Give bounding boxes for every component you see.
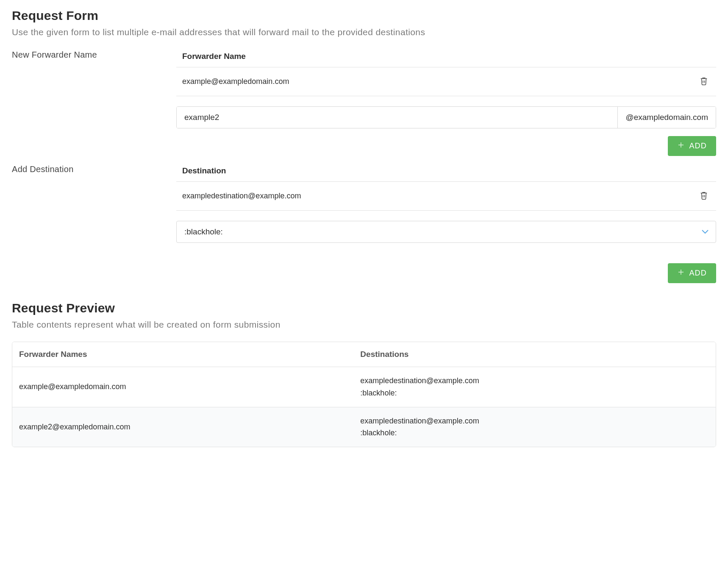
destination-section-label: Add Destination — [12, 164, 74, 174]
preview-destination-line: exampledestination@example.com — [360, 375, 709, 387]
add-destination-button[interactable]: ADD — [668, 263, 716, 283]
table-row: example2@exampledomain.com exampledestin… — [12, 407, 716, 447]
add-forwarder-button[interactable]: ADD — [668, 136, 716, 156]
forwarder-form-row: New Forwarder Name Forwarder Name exampl… — [12, 49, 716, 156]
request-preview-description: Table contents represent what will be cr… — [12, 320, 716, 330]
forwarder-item-value: example@exampledomain.com — [182, 77, 697, 86]
preview-table: Forwarder Names Destinations example@exa… — [12, 342, 716, 447]
preview-col-destinations: Destinations — [353, 342, 716, 367]
request-preview-section: Request Preview Table contents represent… — [12, 301, 716, 447]
destination-list-row: exampledestination@example.com — [176, 182, 716, 211]
destination-select[interactable] — [176, 221, 716, 243]
preview-destinations-cell: exampledestination@example.com :blackhol… — [353, 407, 716, 447]
destination-form-row: Add Destination Destination exampledesti… — [12, 164, 716, 283]
trash-icon — [699, 76, 709, 87]
destination-column-header: Destination — [176, 164, 716, 182]
forwarder-list-row: example@exampledomain.com — [176, 67, 716, 96]
request-form-section: Request Form Use the given form to list … — [12, 8, 716, 283]
delete-destination-button[interactable] — [697, 189, 710, 203]
plus-icon — [677, 268, 685, 278]
add-destination-label: ADD — [689, 269, 707, 278]
forwarder-section-label: New Forwarder Name — [12, 50, 97, 59]
destination-add-row: ADD — [176, 263, 716, 283]
destination-content-col: Destination exampledestination@example.c… — [176, 164, 716, 283]
preview-destination-line: :blackhole: — [360, 387, 709, 399]
destination-label-col: Add Destination — [12, 164, 176, 283]
destination-select-wrap — [176, 221, 716, 243]
forwarder-name-input[interactable] — [177, 107, 617, 128]
forwarder-column-header: Forwarder Name — [176, 49, 716, 67]
delete-forwarder-button[interactable] — [697, 74, 710, 89]
request-form-description: Use the given form to list multiple e-ma… — [12, 27, 716, 37]
request-preview-title: Request Preview — [12, 301, 716, 315]
request-form-title: Request Form — [12, 8, 716, 23]
preview-destination-line: exampledestination@example.com — [360, 415, 709, 427]
forwarder-input-group: @exampledomain.com — [176, 106, 716, 128]
forwarder-add-row: ADD — [176, 136, 716, 156]
preview-forwarder-cell: example2@exampledomain.com — [12, 407, 353, 447]
preview-destinations-cell: exampledestination@example.com :blackhol… — [353, 367, 716, 407]
trash-icon — [699, 190, 709, 202]
table-row: example@exampledomain.com exampledestina… — [12, 367, 716, 407]
forwarder-domain-suffix: @exampledomain.com — [617, 107, 716, 128]
preview-forwarder-cell: example@exampledomain.com — [12, 367, 353, 407]
forwarder-content-col: Forwarder Name example@exampledomain.com… — [176, 49, 716, 156]
forwarder-label-col: New Forwarder Name — [12, 49, 176, 156]
preview-destination-line: :blackhole: — [360, 427, 709, 439]
destination-item-value: exampledestination@example.com — [182, 192, 697, 200]
plus-icon — [677, 141, 685, 151]
add-forwarder-label: ADD — [689, 142, 707, 150]
preview-col-forwarder: Forwarder Names — [12, 342, 353, 367]
